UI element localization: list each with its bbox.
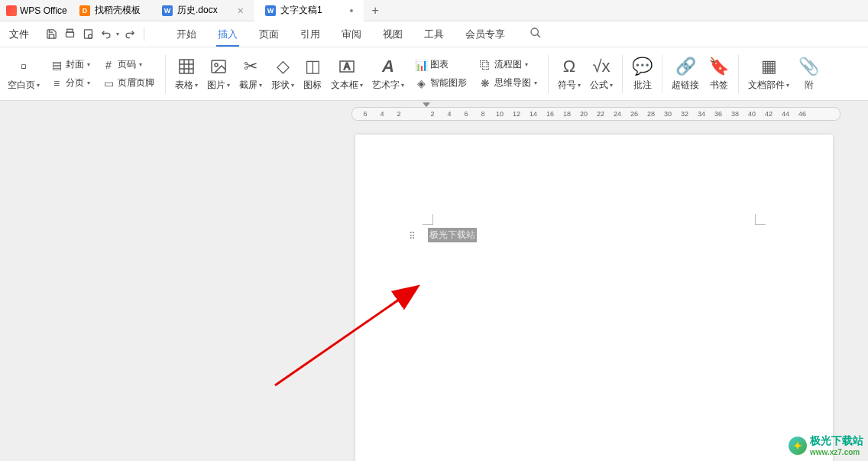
page-number-icon: #	[102, 59, 115, 71]
svg-line-5	[537, 34, 540, 37]
indent-marker-icon[interactable]	[423, 102, 430, 110]
bookmark-icon: 🔖	[708, 56, 729, 77]
smartart-icon: ◈	[415, 77, 427, 89]
hyperlink-button[interactable]: 🔗 超链接	[667, 53, 704, 95]
undo-button[interactable]	[98, 26, 115, 43]
attachment-button[interactable]: 📎 附	[794, 53, 824, 95]
textbox-button[interactable]: A 文本框▾	[326, 53, 368, 95]
ribbon-tab-view[interactable]: 视图	[375, 23, 410, 46]
screenshot-button[interactable]: ✂ 截屏▾	[235, 53, 267, 95]
doc-parts-button[interactable]: ▦ 文档部件▾	[743, 53, 794, 95]
wps-logo-icon	[6, 5, 17, 16]
tab-label: 文字文稿1	[280, 4, 322, 17]
ribbon-tabs: 开始 插入 页面 引用 审阅 视图 工具 会员专享	[169, 23, 542, 46]
svg-text:A: A	[344, 61, 350, 72]
watermark-logo-icon: ✦	[789, 437, 807, 455]
ribbon-tab-home[interactable]: 开始	[169, 23, 204, 46]
add-tab-button[interactable]: +	[364, 4, 386, 18]
omega-icon: Ω	[563, 56, 575, 77]
svg-point-4	[531, 28, 538, 35]
symbol-button[interactable]: Ω 符号▾	[553, 53, 585, 95]
page-break-button[interactable]: ≡分页▾	[47, 75, 93, 91]
redo-button[interactable]	[121, 26, 138, 43]
svg-rect-1	[66, 32, 73, 37]
watermark-text: 极光下载站	[810, 434, 863, 446]
word-doc-icon: W	[162, 5, 173, 16]
cover-icon: ▤	[50, 59, 63, 71]
link-icon: 🔗	[675, 56, 696, 77]
header-footer-icon: ▭	[102, 77, 115, 89]
ribbon-tab-review[interactable]: 审阅	[334, 23, 369, 46]
ribbon-tab-tools[interactable]: 工具	[416, 23, 452, 46]
ribbon-tab-insert[interactable]: 插入	[210, 23, 245, 46]
docer-icon: D	[79, 5, 90, 16]
svg-point-3	[88, 34, 92, 38]
separator	[662, 55, 662, 93]
paperclip-icon: 📎	[798, 56, 819, 77]
document-page[interactable]: ⠿ 极光下载站	[355, 135, 833, 461]
formula-icon: √x	[592, 56, 610, 77]
print-preview-button[interactable]	[79, 26, 96, 43]
app-name: WPS Office	[20, 5, 67, 16]
header-footer-button[interactable]: ▭页眉页脚	[99, 75, 157, 91]
tab-template[interactable]: D 找稻壳模板	[69, 0, 151, 21]
comment-button[interactable]: 💬 批注	[627, 53, 657, 95]
table-button[interactable]: 表格▾	[170, 53, 202, 95]
anchor-handle-icon[interactable]: ⠿	[409, 231, 418, 240]
smartart-button[interactable]: ◈智能图形	[412, 75, 470, 91]
shape-button[interactable]: ◇ 形状▾	[267, 53, 299, 95]
selected-text[interactable]: 极光下载站	[428, 228, 477, 242]
formula-button[interactable]: √x 公式▾	[585, 53, 617, 95]
print-button[interactable]	[61, 26, 78, 43]
picture-icon	[209, 56, 228, 77]
app-logo: WPS Office	[0, 5, 69, 16]
doc-parts-icon: ▦	[761, 56, 777, 77]
ribbon-tab-reference[interactable]: 引用	[293, 23, 328, 46]
title-bar: WPS Office D 找稻壳模板 W 历史.docx × W 文字文稿1 •…	[0, 0, 868, 21]
page-number-button[interactable]: #页码▾	[99, 57, 157, 73]
tab-history-doc[interactable]: W 历史.docx ×	[151, 0, 254, 21]
wordart-button[interactable]: A 艺术字▾	[368, 53, 409, 95]
mindmap-icon: ❋	[479, 77, 491, 89]
separator	[622, 55, 623, 93]
tab-label: 找稻壳模板	[95, 4, 141, 17]
ribbon-tab-vip[interactable]: 会员专享	[458, 23, 513, 46]
watermark: ✦ 极光下载站 www.xz7.com	[789, 434, 863, 456]
mindmap-button[interactable]: ❋思维导图▾	[476, 75, 540, 91]
separator	[144, 28, 144, 41]
shape-icon: ◇	[277, 56, 290, 77]
close-icon[interactable]: ×	[238, 5, 244, 17]
icon-gallery-icon: ◫	[305, 56, 321, 77]
separator	[738, 55, 739, 93]
comment-icon: 💬	[632, 56, 653, 77]
flowchart-icon: ⿻	[479, 59, 491, 71]
save-button[interactable]	[43, 26, 60, 43]
flowchart-button[interactable]: ⿻流程图▾	[476, 57, 540, 73]
unsaved-dot-icon: •	[350, 5, 354, 17]
separator	[165, 55, 166, 93]
wordart-icon: A	[382, 56, 394, 77]
word-doc-icon: W	[265, 5, 276, 16]
blank-page-button[interactable]: ▫ 空白页▾	[3, 53, 44, 95]
bookmark-button[interactable]: 🔖 书签	[704, 53, 734, 95]
scissors-icon: ✂	[244, 56, 257, 77]
ribbon-tab-page[interactable]: 页面	[251, 23, 287, 46]
chart-button[interactable]: 📊图表	[412, 57, 470, 73]
watermark-url: www.xz7.com	[810, 448, 863, 456]
chevron-down-icon[interactable]: ▾	[116, 31, 119, 37]
tab-label: 历史.docx	[177, 4, 218, 17]
quick-access-toolbar: ▾	[38, 26, 154, 43]
margin-corner-icon	[755, 214, 766, 225]
picture-button[interactable]: 图片▾	[202, 53, 235, 95]
svg-point-12	[215, 63, 218, 67]
icon-button[interactable]: ◫ 图标	[299, 53, 326, 95]
file-menu[interactable]: 文件	[0, 28, 38, 41]
menu-bar: 文件 ▾ 开始 插入 页面 引用 审阅 视图 工具 会员专享	[0, 21, 868, 47]
separator	[548, 55, 549, 93]
search-button[interactable]	[530, 27, 542, 41]
table-icon	[177, 56, 196, 77]
svg-marker-15	[423, 102, 430, 107]
tab-current-doc[interactable]: W 文字文稿1 •	[254, 0, 364, 21]
cover-button[interactable]: ▤封面▾	[47, 57, 93, 73]
textbox-icon: A	[338, 56, 356, 77]
